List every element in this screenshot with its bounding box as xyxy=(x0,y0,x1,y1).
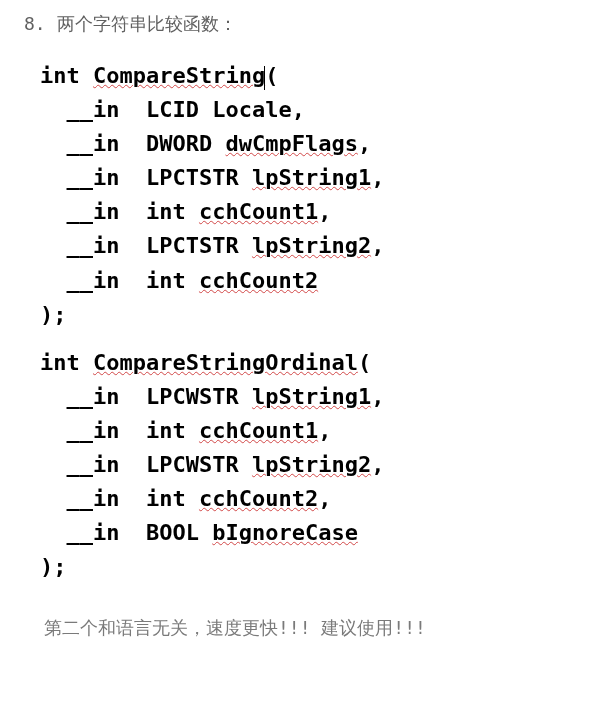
comma: , xyxy=(371,452,384,477)
param: lpString2 xyxy=(252,452,371,477)
param-in: __in xyxy=(40,418,146,443)
code-line: __in LCID Locale, xyxy=(40,93,569,127)
type: DWORD xyxy=(146,131,225,156)
param-in: __in xyxy=(40,165,146,190)
param: dwCmpFlags xyxy=(225,131,357,156)
code-line: __in LPCTSTR lpString2, xyxy=(40,229,569,263)
type: BOOL xyxy=(146,520,212,545)
keyword-int: int xyxy=(146,268,199,293)
param-in: __in xyxy=(40,268,146,293)
comma: , xyxy=(358,131,371,156)
code-line: int CompareString( xyxy=(40,59,569,93)
page: 8. 两个字符串比较函数： int CompareString( __in LC… xyxy=(0,0,589,679)
code-line: __in DWORD dwCmpFlags, xyxy=(40,127,569,161)
param: lpString1 xyxy=(252,384,371,409)
param: bIgnoreCase xyxy=(212,520,358,545)
paren-open: ( xyxy=(265,63,278,88)
code-line: __in LPCTSTR lpString1, xyxy=(40,161,569,195)
param: lpString1 xyxy=(252,165,371,190)
type: LPCWSTR xyxy=(146,384,252,409)
keyword-int: int xyxy=(146,199,199,224)
type: LPCWSTR xyxy=(146,452,252,477)
comma: , xyxy=(318,418,331,443)
text-caret xyxy=(264,66,265,90)
param: cchCount2 xyxy=(199,268,318,293)
type: LPCTSTR xyxy=(146,165,252,190)
comma: , xyxy=(292,97,305,122)
code-line: __in LPCWSTR lpString2, xyxy=(40,448,569,482)
param: cchCount2 xyxy=(199,486,318,511)
code-line: __in int cchCount1, xyxy=(40,195,569,229)
param-in: __in xyxy=(40,233,146,258)
param-in: __in xyxy=(40,486,146,511)
comma: , xyxy=(371,165,384,190)
footnote: 第二个和语言无关，速度更快!!! 建议使用!!! xyxy=(20,614,569,641)
comma: , xyxy=(371,233,384,258)
func-name: CompareStringOrdinal xyxy=(93,350,358,375)
section-heading: 8. 两个字符串比较函数： xyxy=(20,10,569,37)
code-block-1: int CompareString( __in LCID Locale, __i… xyxy=(40,59,569,332)
param-in: __in xyxy=(40,199,146,224)
comma: , xyxy=(371,384,384,409)
func-name: CompareString xyxy=(93,63,265,88)
code-line: __in LPCWSTR lpString1, xyxy=(40,380,569,414)
code-line: int CompareStringOrdinal( xyxy=(40,346,569,380)
code-line: ); xyxy=(40,550,569,584)
paren-close: ); xyxy=(40,554,67,579)
param-in: __in xyxy=(40,384,146,409)
keyword-int: int xyxy=(146,486,199,511)
comma: , xyxy=(318,199,331,224)
param-in: __in xyxy=(40,452,146,477)
code-block-2: int CompareStringOrdinal( __in LPCWSTR l… xyxy=(40,346,569,585)
code-line: __in int cchCount1, xyxy=(40,414,569,448)
keyword-int: int xyxy=(146,418,199,443)
param-in: __in xyxy=(40,520,146,545)
paren-open: ( xyxy=(358,350,371,375)
type: LCID xyxy=(146,97,212,122)
paren-close: ); xyxy=(40,302,67,327)
param-in: __in xyxy=(40,97,146,122)
code-line: __in int cchCount2 xyxy=(40,264,569,298)
keyword-int: int xyxy=(40,63,93,88)
param: cchCount1 xyxy=(199,418,318,443)
code-line: ); xyxy=(40,298,569,332)
param: cchCount1 xyxy=(199,199,318,224)
param: lpString2 xyxy=(252,233,371,258)
comma: , xyxy=(318,486,331,511)
code-line: __in int cchCount2, xyxy=(40,482,569,516)
param-in: __in xyxy=(40,131,146,156)
code-line: __in BOOL bIgnoreCase xyxy=(40,516,569,550)
type: LPCTSTR xyxy=(146,233,252,258)
param: Locale xyxy=(212,97,291,122)
keyword-int: int xyxy=(40,350,93,375)
